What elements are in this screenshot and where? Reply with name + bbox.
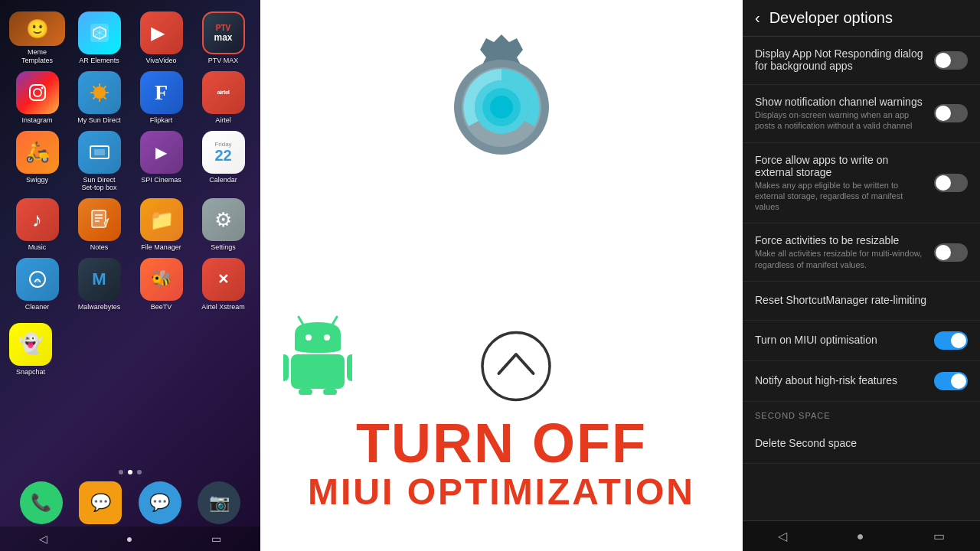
phone-nav-bar: ◁ ● ▭ <box>0 527 260 551</box>
cal-num: 22 <box>214 148 231 163</box>
turn-off-container: TURN OFF MIUI OPTIMIZATION <box>260 416 743 513</box>
dock-phone[interactable]: 📞 <box>20 481 63 524</box>
app-icon-viva: ▶ <box>140 11 183 54</box>
app-swiggy[interactable]: 🛵 Swiggy <box>9 131 65 193</box>
nav-back[interactable]: ◁ <box>39 533 47 545</box>
app-settings[interactable]: ⚙ Settings <box>195 198 251 252</box>
app-malwarebytes[interactable]: M Malwarebytes <box>71 258 127 311</box>
toggle-knob-anr <box>936 53 951 68</box>
app-instagram[interactable]: Instagram <box>9 71 65 125</box>
main-panel: TURN OFF MIUI OPTIMIZATION <box>260 0 743 551</box>
svg-rect-25 <box>347 354 352 381</box>
app-icon-ar <box>78 11 121 54</box>
toggle-miui[interactable] <box>934 331 968 350</box>
app-icon-sundirect-stb <box>78 131 121 174</box>
nav-recent[interactable]: ▭ <box>211 533 221 545</box>
app-icon-files: 📁 <box>140 198 183 241</box>
app-icon-music: ♪ <box>16 198 59 241</box>
app-sun-direct[interactable]: My Sun Direct <box>71 71 127 125</box>
dev-item-reset-shortcut[interactable]: Reset ShortcutManager rate-limiting <box>743 282 980 321</box>
svg-rect-7 <box>94 149 105 155</box>
app-ar[interactable]: AR Elements <box>71 11 127 65</box>
svg-point-18 <box>490 96 513 119</box>
app-meme[interactable]: 🙂 MemeTemplates <box>9 11 65 65</box>
app-icon-ptv: PTVmax <box>202 11 245 54</box>
app-label-ar: AR Elements <box>79 57 119 65</box>
app-icon-instagram <box>16 71 59 114</box>
toggle-resizable[interactable] <box>934 243 968 262</box>
app-notes[interactable]: Notes <box>71 198 127 252</box>
app-viva[interactable]: ▶ VivaVideo <box>133 11 189 65</box>
toggle-notification[interactable] <box>934 104 968 122</box>
app-icon-airtel-x: ✕ <box>202 258 245 301</box>
app-label-ptv: PTV MAX <box>208 57 239 65</box>
app-label-malware: Malwarebytes <box>78 303 121 311</box>
app-sundirect-stb[interactable]: Sun DirectSet-top box <box>71 131 127 193</box>
app-label-music: Music <box>28 243 47 252</box>
svg-point-22 <box>324 334 330 341</box>
toggle-risk[interactable] <box>934 372 968 390</box>
app-icon-meme: 🙂 <box>9 11 65 46</box>
svg-point-4 <box>41 86 43 89</box>
chevron-circle <box>480 330 553 406</box>
app-calendar[interactable]: Friday 22 Calendar <box>195 131 251 193</box>
app-beetv[interactable]: 🐝 BeeTV <box>133 258 189 311</box>
dock-camera[interactable]: 📷 <box>198 481 240 524</box>
app-label-calendar: Calendar <box>209 176 237 184</box>
app-cleaner[interactable]: Cleaner <box>9 258 65 311</box>
dev-item-title-storage: Force allow apps to write on external st… <box>755 154 926 178</box>
svg-text:▶: ▶ <box>151 22 165 43</box>
app-flipkart[interactable]: F Flipkart <box>133 71 189 125</box>
dev-item-display-anr: Display App Not Responding dialog for ba… <box>743 37 980 85</box>
dev-content: Display App Not Responding dialog for ba… <box>743 37 980 520</box>
app-label-snapchat: Snapchat <box>16 368 45 377</box>
toggle-knob-storage <box>936 175 951 191</box>
app-icon-calendar: Friday 22 <box>202 131 245 174</box>
dev-nav-home[interactable]: ● <box>857 530 864 543</box>
app-snapchat[interactable]: 👻 Snapchat <box>9 323 52 377</box>
dev-item-desc-resizable: Make all activities resizable for multi-… <box>755 248 926 270</box>
app-label-airtel-x: Airtel Xstream <box>201 303 245 311</box>
page-dots <box>0 470 260 474</box>
toggle-knob-miui <box>951 333 966 348</box>
app-icon-notes <box>78 198 121 241</box>
dock-messages[interactable]: 💬 <box>79 481 122 524</box>
app-ptv[interactable]: PTVmax PTV MAX <box>195 11 251 65</box>
svg-rect-26 <box>299 389 312 395</box>
dev-item-title-notification: Show notification channel warnings <box>755 96 926 108</box>
app-icon-sun <box>78 71 121 114</box>
app-icon-airtel: airtel <box>202 71 245 114</box>
turn-off-subtitle: MIUI OPTIMIZATION <box>260 471 743 513</box>
toggle-anr[interactable] <box>934 51 968 70</box>
dev-item-text-miui: Turn on MIUI optimisation <box>755 334 926 347</box>
app-label-airtel: Airtel <box>215 116 231 125</box>
app-icon-snapchat: 👻 <box>9 323 52 366</box>
app-airtel-xstream[interactable]: ✕ Airtel Xstream <box>195 258 251 311</box>
toggle-storage[interactable] <box>934 174 968 192</box>
dev-item-delete-space[interactable]: Delete Second space <box>743 425 980 464</box>
app-label-flipkart: Flipkart <box>150 116 173 125</box>
app-icon-malware: M <box>78 258 121 301</box>
dev-back-button[interactable]: ‹ <box>755 9 760 27</box>
dev-nav-back[interactable]: ◁ <box>778 529 787 543</box>
dev-item-text-storage: Force allow apps to write on external st… <box>755 154 926 213</box>
dev-item-text-risk: Notify about high-risk features <box>755 374 926 388</box>
dev-nav-recent[interactable]: ▭ <box>933 529 945 543</box>
android-robot <box>283 311 352 398</box>
svg-rect-27 <box>323 389 337 395</box>
dev-panel-title: Developer options <box>769 9 893 27</box>
app-icon-swiggy: 🛵 <box>16 131 59 174</box>
app-filemanager[interactable]: 📁 File Manager <box>133 198 189 252</box>
section-second-space: SECOND SPACE <box>743 402 980 425</box>
app-label-notes: Notes <box>90 243 109 252</box>
turn-off-title: TURN OFF <box>260 416 743 471</box>
app-spi[interactable]: ▶ SPI Cinemas <box>133 131 189 193</box>
nav-home[interactable]: ● <box>126 533 132 545</box>
dev-item-title-anr: Display App Not Responding dialog for ba… <box>755 47 926 72</box>
app-music[interactable]: ♪ Music <box>9 198 65 252</box>
app-label-files: File Manager <box>141 243 181 252</box>
app-airtel[interactable]: airtel Airtel <box>195 71 251 125</box>
dev-header: ‹ Developer options <box>743 0 980 37</box>
app-icon-cleaner <box>16 258 59 301</box>
dock-chat[interactable]: 💬 <box>139 481 181 524</box>
